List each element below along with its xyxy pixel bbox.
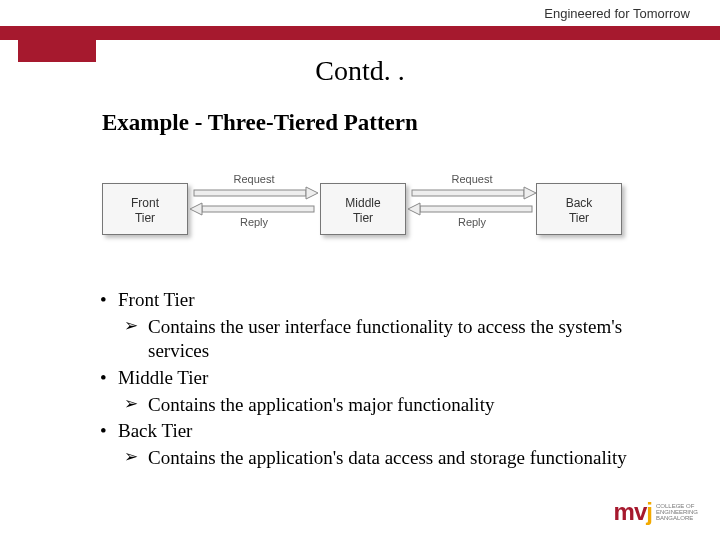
- tier-front-line2: Tier: [135, 211, 155, 225]
- list-item: Middle Tier: [100, 366, 630, 391]
- svg-marker-1: [306, 187, 318, 199]
- logo-sub-line2: ENGINEERING: [656, 509, 698, 515]
- svg-rect-4: [412, 190, 524, 196]
- arrow-right-icon: [408, 185, 536, 201]
- svg-rect-6: [420, 206, 532, 212]
- list-item: Contains the user interface functionalit…: [100, 315, 630, 364]
- list-item: Back Tier: [100, 419, 630, 444]
- reply-label: Reply: [188, 217, 320, 228]
- svg-marker-7: [408, 203, 420, 215]
- logo-letter-m: m: [614, 498, 634, 525]
- page-subtitle: Example - Three-Tiered Pattern: [102, 110, 418, 136]
- svg-marker-5: [524, 187, 536, 199]
- logo-letter-j: j: [646, 498, 652, 525]
- bullet-list: Front Tier Contains the user interface f…: [100, 288, 630, 473]
- tier-box-middle: Middle Tier: [320, 183, 406, 235]
- svg-rect-0: [194, 190, 306, 196]
- svg-rect-2: [202, 206, 314, 212]
- logo-sub-line3: BANGALORE: [656, 515, 693, 521]
- header-bar: [0, 26, 720, 40]
- reply-label-2: Reply: [406, 217, 538, 228]
- page-title: Contd. .: [0, 55, 720, 87]
- arrow-group-middle-back: Request Reply: [406, 174, 538, 244]
- tier-front-line1: Front: [131, 196, 159, 210]
- svg-marker-3: [190, 203, 202, 215]
- logo-mark: mvj: [614, 498, 652, 526]
- arrow-left-icon: [408, 201, 536, 217]
- request-label: Request: [188, 174, 320, 185]
- tier-back-line1: Back: [566, 196, 593, 210]
- request-label-2: Request: [406, 174, 538, 185]
- arrow-right-icon: [190, 185, 318, 201]
- tagline: Engineered for Tomorrow: [544, 6, 690, 21]
- tier-middle-line1: Middle: [345, 196, 380, 210]
- tier-box-front: Front Tier: [102, 183, 188, 235]
- list-item: Front Tier: [100, 288, 630, 313]
- tier-middle-line2: Tier: [353, 211, 373, 225]
- mvj-logo: mvj COLLEGE OF ENGINEERING BANGALORE: [614, 498, 698, 526]
- three-tier-diagram: Front Tier Request Reply Middle Tier Req…: [102, 168, 627, 250]
- tier-back-line2: Tier: [569, 211, 589, 225]
- arrow-group-front-middle: Request Reply: [188, 174, 320, 244]
- logo-subtext: COLLEGE OF ENGINEERING BANGALORE: [656, 503, 698, 522]
- logo-letter-v: v: [634, 498, 646, 525]
- arrow-left-icon: [190, 201, 318, 217]
- list-item: Contains the application's data access a…: [100, 446, 630, 471]
- logo-sub-line1: COLLEGE OF: [656, 503, 694, 509]
- tier-box-back: Back Tier: [536, 183, 622, 235]
- list-item: Contains the application's major functio…: [100, 393, 630, 418]
